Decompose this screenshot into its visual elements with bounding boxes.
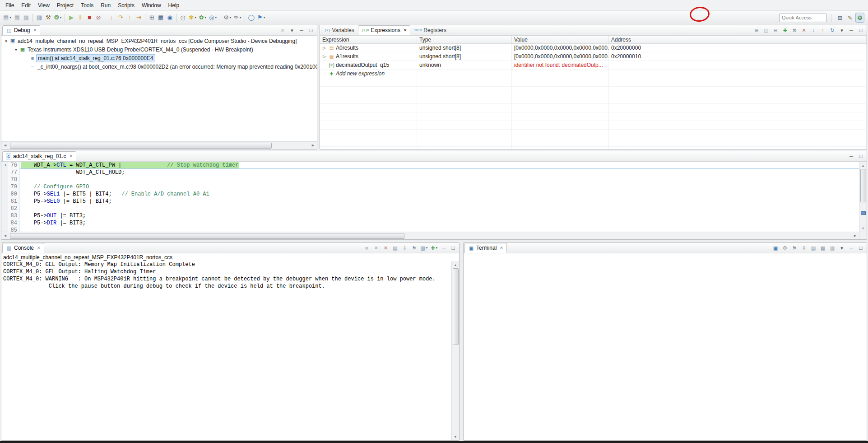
expander-icon[interactable]: ▾ xyxy=(13,47,19,52)
layout-toggle-icon[interactable]: ◫ xyxy=(761,26,771,35)
editor-hscrollbar[interactable]: ◀ ▶ xyxy=(1,232,859,239)
menu-edit[interactable]: Edit xyxy=(18,1,34,10)
menu-tools[interactable]: Tools xyxy=(77,1,97,10)
column-header-expression[interactable]: Expression xyxy=(320,36,417,43)
collapse-all-icon[interactable]: ⊟ xyxy=(771,26,780,35)
expander-icon[interactable]: ▷ xyxy=(321,46,327,50)
menu-scripts[interactable]: Scripts xyxy=(114,1,138,10)
annotate-icon[interactable]: ✑▾ xyxy=(232,13,242,23)
expression-row[interactable]: ▷▤A0resultsunsigned short[8][0x0000,0x00… xyxy=(320,44,867,52)
menu-window[interactable]: Window xyxy=(138,1,165,10)
energytrace-icon[interactable]: ✿▾ xyxy=(198,13,208,23)
scroll-left-icon[interactable]: ◀ xyxy=(1,142,9,149)
scroll-right-icon[interactable]: ▶ xyxy=(851,232,859,239)
scrollbar-thumb[interactable] xyxy=(10,143,272,149)
console-vscrollbar[interactable]: ▲ ▼ xyxy=(451,261,459,440)
close-icon[interactable]: ✕ xyxy=(404,28,407,33)
menu-run[interactable]: Run xyxy=(97,1,114,10)
terminal-scroll-lock-icon[interactable]: ⇩ xyxy=(799,244,808,252)
step-over-icon[interactable]: ↷ xyxy=(116,13,125,23)
menu-help[interactable]: Help xyxy=(165,1,183,10)
scroll-left-icon[interactable]: ◀ xyxy=(1,232,9,239)
view-console-icon[interactable]: ▥ xyxy=(35,13,44,23)
expression-row[interactable]: ▷▤A1resultsunsigned short[8][0x0000,0x00… xyxy=(320,52,867,61)
import-expressions-icon[interactable]: ↓ xyxy=(809,26,818,35)
tab-terminal[interactable]: ▣ Terminal ✕ xyxy=(464,243,507,253)
settings-icon[interactable]: ⚙▾ xyxy=(222,13,232,23)
tree-item[interactable]: ≡main() at adc14_xtalk_reg_01.c:76 0x000… xyxy=(1,54,317,62)
debug-hscrollbar[interactable]: ◀ ▶ xyxy=(1,141,317,149)
scroll-up-icon[interactable]: ▲ xyxy=(452,261,460,268)
terminal-settings-icon[interactable]: ⚙ xyxy=(780,244,789,252)
display-selected-console-icon[interactable]: ▥▾ xyxy=(419,244,429,252)
remove-all-launches-icon[interactable]: ✕ xyxy=(381,244,390,252)
scroll-down-icon[interactable]: ▼ xyxy=(452,433,460,440)
minimize-icon[interactable]: ─ xyxy=(439,244,448,252)
add-expression-icon[interactable]: ✚ xyxy=(780,26,789,35)
editor-vscrollbar[interactable]: ▲ ▼ xyxy=(859,162,867,232)
view-menu-icon[interactable]: ▾ xyxy=(837,26,846,35)
clear-console-icon[interactable]: ▤ xyxy=(390,244,399,252)
step-into-icon[interactable]: ↓ xyxy=(107,13,116,23)
analysis-icon[interactable]: ✾▾ xyxy=(187,13,197,23)
tab-variables[interactable]: (x)Variables xyxy=(321,25,358,35)
profile-clock-icon[interactable]: ◷ xyxy=(178,13,187,23)
minimize-icon[interactable]: ─ xyxy=(847,152,856,161)
tab-console[interactable]: ▥ Console ✕ xyxy=(2,243,44,253)
maximize-icon[interactable]: □ xyxy=(306,26,316,35)
scrollbar-thumb[interactable] xyxy=(10,233,404,239)
menu-file[interactable]: File xyxy=(2,1,18,10)
new-file-icon[interactable]: ▤▾ xyxy=(2,13,13,23)
flag-icon[interactable]: ⚑▾ xyxy=(256,13,266,23)
open-terminal-icon[interactable]: ▣ xyxy=(771,244,780,252)
close-icon[interactable]: ✕ xyxy=(500,246,503,250)
pin-terminal-icon[interactable]: ⚑ xyxy=(790,244,799,252)
quick-access-input[interactable] xyxy=(779,14,827,22)
target-config-icon[interactable]: ◎▾ xyxy=(208,13,218,23)
expander-icon[interactable]: ▾ xyxy=(3,39,9,43)
ccs-debug-perspective-icon[interactable]: ❂ xyxy=(855,13,864,23)
save-all-icon[interactable]: ▩ xyxy=(22,13,31,23)
scrollbar-thumb[interactable] xyxy=(453,268,459,345)
maximize-icon[interactable]: □ xyxy=(856,244,865,252)
tab-source-file[interactable]: c adc14_xtalk_reg_01.c ✕ xyxy=(2,151,76,161)
paste-icon[interactable]: ▥ xyxy=(828,244,837,252)
scroll-right-icon[interactable]: ▶ xyxy=(309,142,317,149)
open-console-icon[interactable]: ✚▾ xyxy=(429,244,439,252)
minimize-icon[interactable]: ─ xyxy=(847,26,856,35)
search-icon[interactable]: ◯ xyxy=(247,13,256,23)
open-perspective-icon[interactable]: ⊞ xyxy=(836,13,845,23)
tab-registers[interactable]: 1010Registers xyxy=(410,25,450,35)
expression-row[interactable]: (×)decimatedOutput_q15unknownidentifier … xyxy=(320,61,867,70)
remove-all-expressions-icon[interactable]: ✕ xyxy=(799,26,808,35)
scroll-lock-icon[interactable]: ⇩ xyxy=(400,244,409,252)
instruction-step-icon[interactable]: ⇥ xyxy=(134,13,143,23)
tree-item[interactable]: ▾▦Texas Instruments XDS110 USB Debug Pro… xyxy=(1,45,317,54)
expander-icon[interactable]: ▷ xyxy=(321,54,327,59)
menu-project[interactable]: Project xyxy=(53,1,77,10)
close-icon[interactable]: ✕ xyxy=(37,246,41,250)
maximize-icon[interactable]: □ xyxy=(856,26,865,35)
tab-expressions[interactable]: (x)=Expressions✕ xyxy=(358,25,411,35)
column-header-type[interactable]: Type xyxy=(417,36,512,43)
terminate-console-icon[interactable]: ■ xyxy=(362,244,371,252)
debug-launch-icon[interactable]: ❂▾ xyxy=(53,13,63,23)
export-expressions-icon[interactable]: ↑ xyxy=(818,26,827,35)
tree-item[interactable]: ▾▣adc14_multiple_channel_no_repeat_MSP_E… xyxy=(1,37,317,45)
minimize-icon[interactable]: ─ xyxy=(297,26,306,35)
terminal-body[interactable] xyxy=(464,253,867,440)
remove-launch-icon[interactable]: ✕ xyxy=(371,244,381,252)
maximize-icon[interactable]: □ xyxy=(449,244,458,252)
column-header-value[interactable]: Value xyxy=(512,36,609,43)
terminate-icon[interactable]: ■ xyxy=(85,13,94,23)
suspend-icon[interactable]: ‖ xyxy=(76,13,85,23)
minimize-icon[interactable]: ─ xyxy=(847,244,856,252)
close-icon[interactable]: ✕ xyxy=(33,28,37,33)
clear-terminal-icon[interactable]: ▤ xyxy=(809,244,818,252)
refresh-icon[interactable]: ↻ xyxy=(828,26,837,35)
scroll-down-icon[interactable]: ▼ xyxy=(859,224,867,232)
code-editor[interactable]: ➜76 WDT_A->CTL = WDT_A_CTL_PW | // Stop … xyxy=(1,162,859,232)
ccs-edit-perspective-icon[interactable]: ✎ xyxy=(845,13,854,23)
registers-icon[interactable]: ▦ xyxy=(156,13,165,23)
step-return-icon[interactable]: ↑ xyxy=(125,13,134,23)
